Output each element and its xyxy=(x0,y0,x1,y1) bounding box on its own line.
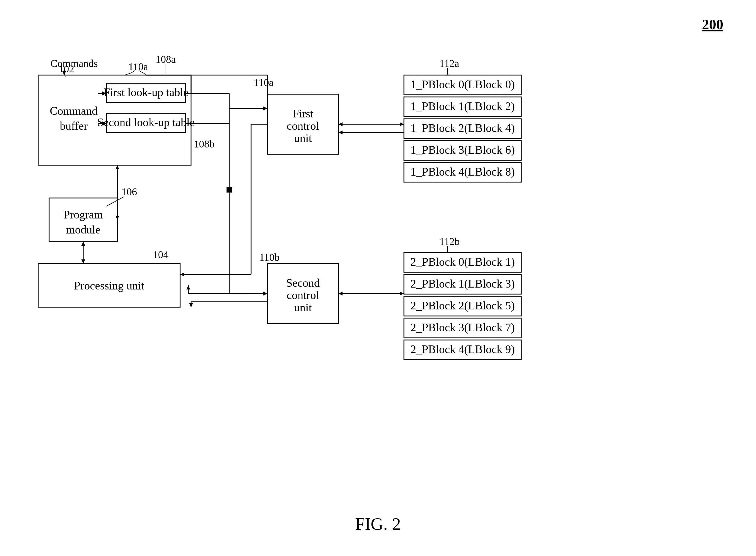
svg-marker-31 xyxy=(115,165,119,169)
ref-110b: 110b xyxy=(259,251,280,263)
pblock-1-4-text: 1_PBlock 4(LBlock 8) xyxy=(411,166,515,178)
first-control-text: First xyxy=(292,107,313,120)
svg-marker-23 xyxy=(186,285,190,289)
ref-110a-side: 110a xyxy=(254,77,274,88)
second-control-text2: control xyxy=(287,289,319,302)
ref-102: 102 xyxy=(59,63,74,75)
ref-108a: 108a xyxy=(156,54,176,65)
pblock-1-3-text: 1_PBlock 3(LBlock 6) xyxy=(411,144,515,157)
svg-marker-40 xyxy=(338,292,342,296)
pblock-2-1-text: 2_PBlock 1(LBlock 3) xyxy=(411,277,515,290)
first-lut-text: First look-up table xyxy=(104,86,188,99)
program-module-text2: module xyxy=(66,223,101,236)
ref-110a-top: 110a xyxy=(128,61,148,72)
command-buffer-text2: buffer xyxy=(60,119,88,132)
pblock-2-2-text: 2_PBlock 2(LBlock 5) xyxy=(411,299,515,312)
pblock-2-4-text: 2_PBlock 4(LBlock 9) xyxy=(411,343,515,356)
second-control-text: Second xyxy=(286,277,320,289)
pblock-1-0-text: 1_PBlock 0(LBlock 0) xyxy=(411,78,515,91)
ref-112a: 112a xyxy=(440,58,459,69)
processing-unit-text: Processing unit xyxy=(74,279,144,292)
pblock-1-1-text: 1_PBlock 1(LBlock 2) xyxy=(411,100,515,113)
figure-caption: FIG. 2 xyxy=(355,514,401,534)
svg-marker-10 xyxy=(263,106,267,110)
svg-marker-34 xyxy=(400,123,404,126)
diagram-container: Command buffer First look-up table Secon… xyxy=(22,33,731,511)
svg-marker-28 xyxy=(81,259,85,264)
command-buffer-text: Command xyxy=(50,105,98,117)
ref-104: 104 xyxy=(153,249,168,260)
ref-112b: 112b xyxy=(440,236,460,247)
first-control-text3: unit xyxy=(294,132,312,144)
first-control-text2: control xyxy=(287,119,319,132)
second-control-text3: unit xyxy=(294,301,312,314)
ref-108b: 108b xyxy=(194,138,215,150)
program-module-text: Program xyxy=(64,208,103,221)
svg-rect-15 xyxy=(227,187,232,193)
svg-marker-39 xyxy=(400,292,404,296)
ref-106: 106 xyxy=(121,186,137,198)
svg-marker-19 xyxy=(180,273,184,276)
svg-marker-29 xyxy=(81,242,85,246)
svg-marker-37 xyxy=(338,131,342,134)
pblock-2-0-text: 2_PBlock 0(LBlock 1) xyxy=(411,255,515,269)
second-lut-text: Second look-up table xyxy=(98,116,195,129)
svg-marker-26 xyxy=(189,303,193,307)
pblock-1-2-text: 1_PBlock 2(LBlock 4) xyxy=(411,122,515,135)
svg-marker-35 xyxy=(338,123,342,126)
page-number: 200 xyxy=(702,16,723,33)
pblock-2-3-text: 2_PBlock 3(LBlock 7) xyxy=(411,321,515,334)
